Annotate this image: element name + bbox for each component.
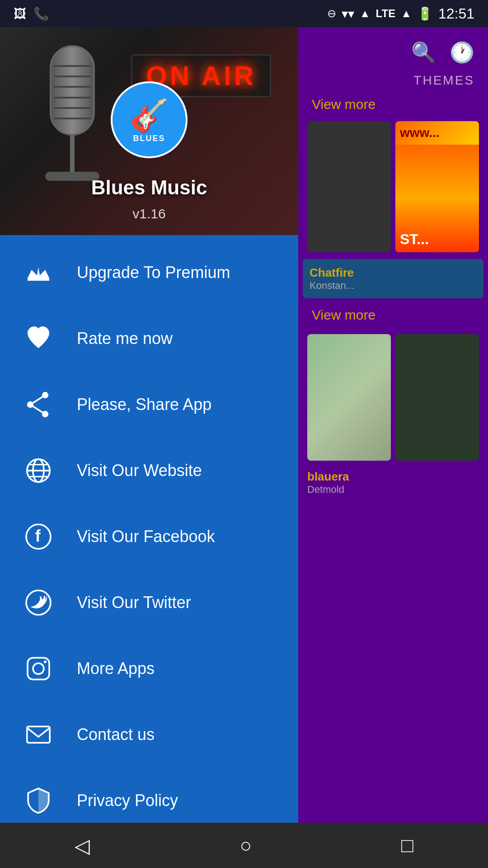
app-name: Blues Music: [91, 176, 207, 199]
wifi-icon: ▾▾: [342, 6, 354, 21]
chatfire-title: Chatfire: [310, 266, 477, 280]
svg-rect-16: [27, 726, 50, 743]
thumb-map[interactable]: [307, 334, 391, 461]
thumbnails-row-2: [298, 330, 488, 465]
heart-icon: [23, 323, 54, 354]
status-left-icons: 🖼 📞: [14, 6, 49, 21]
menu-item-website[interactable]: Visit Our Website: [0, 438, 298, 504]
view-more-2[interactable]: View more: [298, 301, 488, 330]
share-icon: [23, 389, 54, 420]
blauera-subtitle: Detmold: [307, 484, 479, 495]
guitar-icon: 🎸: [130, 97, 169, 134]
svg-line-3: [30, 395, 45, 405]
chatfire-section: Chatfire Konstan...: [303, 259, 483, 298]
facebook-label: Visit Our Facebook: [77, 527, 215, 546]
menu-item-share[interactable]: Please, Share App: [0, 372, 298, 438]
thumb-2-text: www...: [395, 121, 479, 145]
header-background: ON AIR 🎸 BLUES Blues Music v1.16: [0, 27, 298, 235]
upgrade-label: Upgrade To Premium: [77, 263, 230, 282]
svg-point-14: [33, 663, 44, 674]
svg-text:f: f: [35, 527, 41, 545]
right-panel: 🔍 🕐 THEMES View more www... ST... Chatfi…: [298, 27, 488, 823]
app-version: v1.16: [132, 206, 165, 222]
svg-line-4: [30, 405, 45, 414]
shield-icon: [23, 785, 54, 816]
blauera-title: blauera: [307, 470, 479, 484]
globe-icon: [23, 455, 54, 486]
app-header: ON AIR 🎸 BLUES Blues Music v1.16: [0, 27, 298, 235]
thumb-3[interactable]: [395, 334, 479, 461]
menu-list: Upgrade To Premium Rate me now: [0, 235, 298, 868]
rate-label: Rate me now: [77, 329, 173, 348]
share-label: Please, Share App: [77, 395, 211, 414]
app-logo: 🎸 BLUES: [111, 81, 188, 158]
menu-item-contact[interactable]: Contact us: [0, 702, 298, 768]
lte-label: LTE: [376, 7, 396, 20]
website-label: Visit Our Website: [77, 461, 202, 480]
email-icon: [23, 719, 54, 750]
themes-label: THEMES: [298, 73, 488, 88]
drawer: ON AIR 🎸 BLUES Blues Music v1.16: [0, 27, 298, 868]
menu-item-facebook[interactable]: f Visit Our Facebook: [0, 504, 298, 570]
main-container: 🔍 🕐 THEMES View more www... ST... Chatfi…: [0, 27, 488, 868]
view-more-1[interactable]: View more: [298, 92, 488, 117]
thumb-2-label: ST...: [400, 231, 429, 248]
svg-point-15: [44, 660, 47, 663]
crown-icon: [23, 257, 54, 288]
navigation-bar: ◁ ○ □: [0, 823, 488, 868]
recent-button[interactable]: □: [383, 830, 432, 861]
facebook-icon: f: [23, 521, 54, 552]
status-right-icons: ⊖ ▾▾ ▲ LTE ▲ 🔋 12:51: [327, 5, 474, 22]
thumbnails-row-1: www... ST...: [298, 117, 488, 257]
instagram-icon: [23, 653, 54, 684]
twitter-icon: [23, 587, 54, 618]
menu-item-more-apps[interactable]: More Apps: [0, 636, 298, 702]
thumb-2[interactable]: www... ST...: [395, 121, 479, 252]
blauera-section: blauera Detmold: [298, 465, 488, 500]
right-panel-header: 🔍 🕐: [298, 27, 488, 73]
status-time: 12:51: [438, 5, 474, 22]
contact-label: Contact us: [77, 725, 155, 744]
history-icon[interactable]: 🕐: [450, 41, 474, 64]
battery-icon: 🔋: [417, 6, 433, 21]
privacy-label: Privacy Policy: [77, 791, 178, 810]
status-bar: 🖼 📞 ⊖ ▾▾ ▲ LTE ▲ 🔋 12:51: [0, 0, 488, 27]
twitter-label: Visit Our Twitter: [77, 593, 191, 612]
phone-icon: 📞: [33, 6, 49, 21]
logo-blues-text: BLUES: [133, 134, 165, 143]
photo-icon: 🖼: [14, 6, 26, 21]
search-icon[interactable]: 🔍: [411, 41, 436, 64]
signal2-icon: ▲: [401, 7, 412, 20]
signal-icon: ▲: [360, 7, 371, 20]
back-button[interactable]: ◁: [56, 830, 108, 862]
menu-item-twitter[interactable]: Visit Our Twitter: [0, 570, 298, 636]
chatfire-subtitle: Konstan...: [310, 280, 477, 292]
menu-item-upgrade[interactable]: Upgrade To Premium: [0, 240, 298, 306]
more-apps-label: More Apps: [77, 659, 155, 678]
thumb-1[interactable]: [307, 121, 391, 252]
minus-icon: ⊖: [327, 7, 336, 20]
home-button[interactable]: ○: [221, 830, 270, 861]
menu-item-rate[interactable]: Rate me now: [0, 306, 298, 372]
